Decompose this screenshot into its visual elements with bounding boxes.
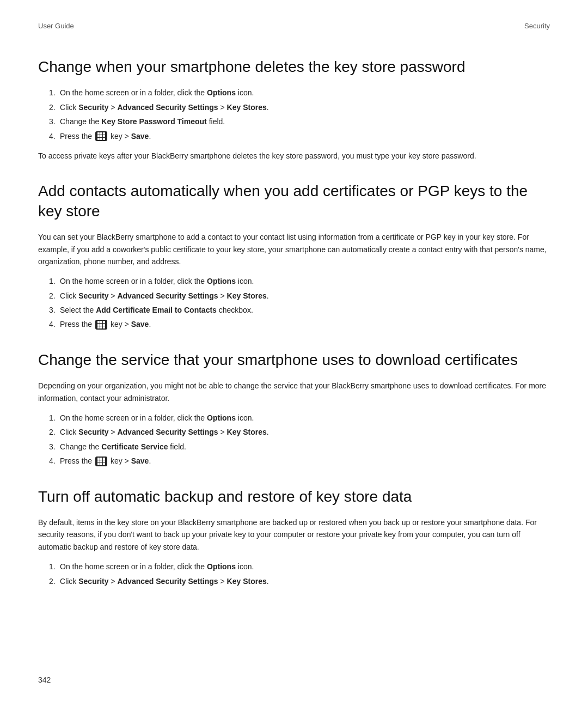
- step-number: 2.: [38, 426, 60, 438]
- list-item: 1.On the home screen or in a folder, cli…: [38, 87, 550, 99]
- list-item: 4.Press the key > Save.: [38, 130, 550, 142]
- page-container: User Guide Security Change when your sma…: [0, 0, 588, 706]
- step-content: Click Security > Advanced Security Setti…: [60, 101, 550, 113]
- step-content: Select the Add Certificate Email to Cont…: [60, 304, 550, 316]
- step-content: On the home screen or in a folder, click…: [60, 561, 550, 573]
- step-number: 4.: [38, 455, 60, 467]
- menu-key-icon: [95, 457, 107, 466]
- menu-key-icon: [95, 320, 107, 330]
- step-content: Click Security > Advanced Security Setti…: [60, 426, 550, 438]
- section-intro-1: You can set your BlackBerry smartphone t…: [38, 231, 550, 267]
- header-right: Security: [524, 22, 550, 30]
- step-content: Change the Key Store Password Timeout fi…: [60, 115, 550, 127]
- list-item: 2.Click Security > Advanced Security Set…: [38, 575, 550, 587]
- step-number: 3.: [38, 441, 60, 453]
- page-header: User Guide Security: [38, 22, 550, 30]
- step-number: 2.: [38, 101, 60, 113]
- section-section2: Add contacts automatically when you add …: [38, 181, 550, 331]
- page-number: 342: [38, 675, 51, 684]
- list-item: 1.On the home screen or in a folder, cli…: [38, 412, 550, 424]
- step-content: Click Security > Advanced Security Setti…: [60, 575, 550, 587]
- section-title-1: Add contacts automatically when you add …: [38, 181, 550, 221]
- steps-list-2: 1.On the home screen or in a folder, cli…: [38, 412, 550, 467]
- step-content: Press the key > Save.: [60, 318, 550, 330]
- section-outro-0: To access private keys after your BlackB…: [38, 150, 550, 162]
- step-number: 2.: [38, 290, 60, 302]
- section-intro-2: Depending on your organization, you migh…: [38, 380, 550, 404]
- list-item: 2.Click Security > Advanced Security Set…: [38, 290, 550, 302]
- section-section1: Change when your smartphone deletes the …: [38, 57, 550, 162]
- step-content: On the home screen or in a folder, click…: [60, 87, 550, 99]
- list-item: 2.Click Security > Advanced Security Set…: [38, 426, 550, 438]
- step-number: 4.: [38, 318, 60, 330]
- section-title-2: Change the service that your smartphone …: [38, 350, 550, 370]
- list-item: 1.On the home screen or in a folder, cli…: [38, 561, 550, 573]
- list-item: 4.Press the key > Save.: [38, 318, 550, 330]
- section-title-3: Turn off automatic backup and restore of…: [38, 487, 550, 507]
- steps-list-0: 1.On the home screen or in a folder, cli…: [38, 87, 550, 142]
- step-content: On the home screen or in a folder, click…: [60, 412, 550, 424]
- section-section3: Change the service that your smartphone …: [38, 350, 550, 467]
- step-content: Click Security > Advanced Security Setti…: [60, 290, 550, 302]
- step-number: 1.: [38, 561, 60, 573]
- step-content: On the home screen or in a folder, click…: [60, 275, 550, 287]
- list-item: 2.Click Security > Advanced Security Set…: [38, 101, 550, 113]
- menu-key-icon: [95, 131, 107, 141]
- list-item: 3.Select the Add Certificate Email to Co…: [38, 304, 550, 316]
- list-item: 4.Press the key > Save.: [38, 455, 550, 467]
- step-number: 3.: [38, 115, 60, 127]
- step-number: 1.: [38, 87, 60, 99]
- step-number: 4.: [38, 130, 60, 142]
- step-content: Press the key > Save.: [60, 455, 550, 467]
- list-item: 3.Change the Key Store Password Timeout …: [38, 115, 550, 127]
- steps-list-3: 1.On the home screen or in a folder, cli…: [38, 561, 550, 587]
- step-content: Change the Certificate Service field.: [60, 441, 550, 453]
- step-number: 1.: [38, 412, 60, 424]
- section-title-0: Change when your smartphone deletes the …: [38, 57, 550, 77]
- header-left: User Guide: [38, 22, 74, 30]
- step-number: 2.: [38, 575, 60, 587]
- steps-list-1: 1.On the home screen or in a folder, cli…: [38, 275, 550, 331]
- section-section4: Turn off automatic backup and restore of…: [38, 487, 550, 587]
- list-item: 3.Change the Certificate Service field.: [38, 441, 550, 453]
- list-item: 1.On the home screen or in a folder, cli…: [38, 275, 550, 287]
- section-intro-3: By default, items in the key store on yo…: [38, 516, 550, 553]
- step-number: 3.: [38, 304, 60, 316]
- step-content: Press the key > Save.: [60, 130, 550, 142]
- sections-container: Change when your smartphone deletes the …: [38, 57, 550, 587]
- step-number: 1.: [38, 275, 60, 287]
- page-footer: 342: [38, 675, 51, 684]
